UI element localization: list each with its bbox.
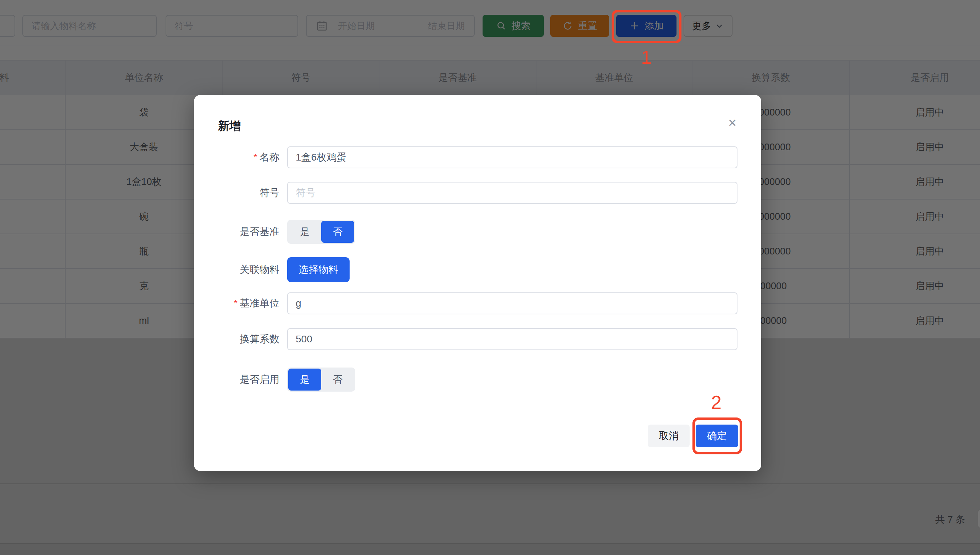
enabled-label: 是否启用: [194, 373, 280, 386]
dialog-title: 新增: [218, 119, 241, 134]
form-row-name: *名称: [194, 146, 737, 168]
cancel-button[interactable]: 取消: [648, 425, 689, 447]
symbol-input[interactable]: [287, 182, 737, 204]
annotation-box-confirm-button: [692, 417, 742, 454]
close-icon[interactable]: ×: [728, 115, 736, 130]
select-material-button[interactable]: 选择物料: [287, 257, 350, 282]
is-base-label: 是否基准: [194, 225, 280, 239]
related-material-label: 关联物料: [194, 263, 280, 276]
is-base-toggle: 是 否: [287, 220, 355, 244]
name-label: 名称: [260, 152, 280, 163]
is-base-option-yes[interactable]: 是: [288, 221, 321, 243]
annotation-step-2: 2: [705, 391, 727, 413]
form-row-base-unit: *基准单位: [194, 292, 737, 314]
annotation-box-add-button: [612, 10, 681, 43]
enabled-option-yes[interactable]: 是: [288, 369, 321, 391]
annotation-step-1: 1: [636, 46, 657, 68]
enabled-toggle: 是 否: [287, 367, 355, 391]
base-unit-label: 基准单位: [240, 298, 280, 309]
form-row-symbol: 符号: [194, 182, 737, 204]
name-input[interactable]: [287, 146, 737, 168]
form-row-related-material: 关联物料 选择物料: [194, 257, 737, 282]
enabled-option-no[interactable]: 否: [321, 369, 354, 391]
conversion-label: 换算系数: [194, 332, 280, 346]
conversion-factor-input[interactable]: [287, 328, 737, 350]
form-row-is-base: 是否基准 是 否: [194, 220, 737, 244]
symbol-label: 符号: [194, 186, 280, 199]
base-unit-input[interactable]: [287, 292, 737, 314]
required-marker: *: [254, 152, 257, 163]
is-base-option-no[interactable]: 否: [321, 221, 354, 243]
form-row-enabled: 是否启用 是 否: [194, 367, 737, 391]
add-unit-dialog: 新增 × *名称 符号 是否基准 是 否 关联物料 选择物料 *基准单位: [194, 95, 761, 471]
app-screen: 开始日期 结束日期 搜索 重置: [0, 0, 980, 555]
required-marker: *: [234, 298, 238, 309]
form-row-conversion: 换算系数: [194, 328, 737, 350]
